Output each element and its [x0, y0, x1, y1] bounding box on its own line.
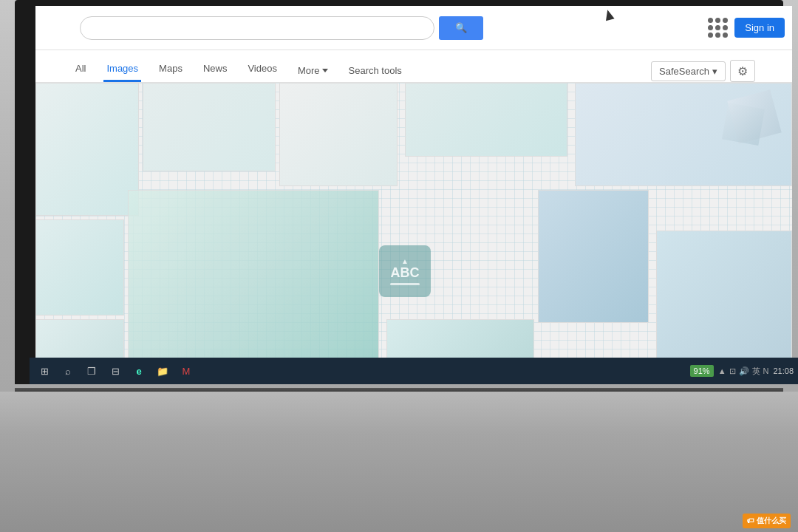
watermark-badge: 🏷 值什么买 — [743, 514, 791, 528]
more-dropdown-arrow — [322, 69, 328, 72]
image-tile-3[interactable] — [279, 83, 398, 186]
search-bar-area: 🔍 — [43, 16, 708, 40]
image-tile-2[interactable] — [143, 83, 276, 171]
image-tile-9[interactable] — [656, 231, 792, 378]
image-tile-5[interactable] — [575, 83, 792, 186]
taskbar-system-icons: ▲ ⊡ 🔊 英 N — [718, 366, 769, 377]
safe-search-arrow: ▾ — [712, 66, 717, 77]
folder-taskbar-button[interactable]: 📁 — [152, 361, 173, 381]
taskbar-right: 91% ▲ ⊡ 🔊 英 N 21:08 — [690, 365, 794, 377]
battery-indicator: 91% — [690, 365, 714, 377]
tab-videos[interactable]: Videos — [245, 57, 280, 82]
tab-maps[interactable]: Maps — [156, 57, 185, 82]
image-grid: ▲ ABC — [35, 83, 792, 378]
image-tile-4[interactable] — [405, 83, 567, 157]
tab-images[interactable]: Images — [103, 57, 141, 82]
clock: 21:08 — [773, 366, 794, 375]
abc-text: ABC — [391, 265, 420, 281]
screen-bezel: 🔍 Sign in All Images Maps News Videos — [15, 0, 783, 384]
search-button[interactable]: 🔍 — [439, 16, 483, 40]
search-input[interactable] — [80, 16, 434, 40]
search-navbar: 🔍 Sign in — [35, 6, 792, 50]
lang-indicator[interactable]: 英 — [752, 366, 760, 377]
search-taskbar-button[interactable]: ⌕ — [58, 361, 78, 381]
store-taskbar-button[interactable]: ⊟ — [105, 361, 126, 381]
taskbar: ⊞ ⌕ ❒ ⊟ e 📁 M 91% ▲ ⊡ 🔊 英 N 21:08 — [30, 358, 798, 384]
screen-content: 🔍 Sign in All Images Maps News Videos — [35, 6, 792, 378]
task-view-button[interactable]: ❒ — [81, 361, 102, 381]
network-icon: ⊡ — [729, 366, 736, 376]
n-icon: N — [763, 366, 769, 375]
laptop-frame: 🔍 Sign in All Images Maps News Videos — [0, 0, 798, 532]
abc-overlay-icon: ▲ ABC — [379, 245, 431, 297]
mail-taskbar-button[interactable]: M — [176, 361, 197, 381]
abc-underline — [390, 283, 420, 285]
chevron-up-icon[interactable]: ▲ — [718, 366, 726, 375]
volume-icon[interactable]: 🔊 — [739, 366, 749, 376]
sign-in-button[interactable]: Sign in — [734, 18, 785, 38]
image-tile-8[interactable] — [538, 190, 649, 323]
abc-arrows: ▲ — [401, 257, 409, 265]
tab-all[interactable]: All — [72, 57, 89, 82]
image-tile-6[interactable] — [35, 219, 124, 316]
tab-more[interactable]: More — [295, 59, 331, 82]
image-tile-1[interactable] — [35, 83, 139, 216]
watermark-text: 🏷 — [747, 516, 757, 525]
safe-search-button[interactable]: SafeSearch ▾ — [651, 61, 726, 81]
search-tools-button[interactable]: Search tools — [346, 59, 405, 82]
edge-taskbar-button[interactable]: e — [129, 361, 149, 381]
tab-more-label: More — [298, 65, 320, 76]
start-button[interactable]: ⊞ — [34, 361, 55, 381]
image-tile-7[interactable] — [128, 190, 379, 367]
nav-right: Sign in — [708, 18, 785, 38]
apps-icon[interactable] — [708, 18, 729, 38]
safe-search-label: SafeSearch — [659, 66, 709, 77]
tab-news[interactable]: News — [200, 57, 231, 82]
tab-bar: All Images Maps News Videos More Search … — [35, 50, 792, 83]
laptop-body: lenovo Esc ✗ ◄ ► ☒ ⚡ ✈ F7 F8 F9 F10 F11 … — [0, 392, 798, 532]
settings-gear-button[interactable]: ⚙ — [730, 60, 755, 82]
